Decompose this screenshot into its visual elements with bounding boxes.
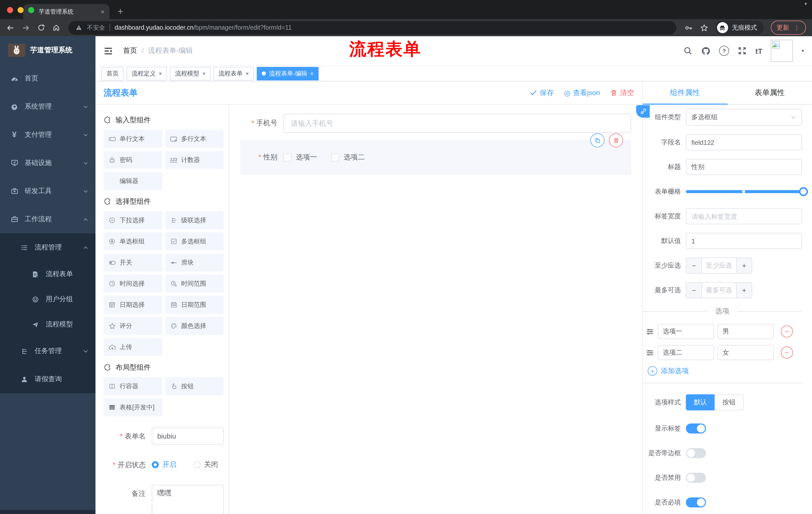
component-editor[interactable]: 编辑器 — [104, 172, 162, 190]
stepper-minus-button[interactable]: − — [686, 258, 702, 273]
github-icon[interactable] — [701, 46, 711, 56]
option-label-input[interactable] — [658, 324, 714, 339]
new-tab-button[interactable]: + — [118, 6, 123, 16]
bookmark-star-icon[interactable] — [700, 23, 708, 32]
form-remark-textarea[interactable]: 嘿嘿 — [152, 485, 224, 514]
component-time-picker[interactable]: 时间选择 — [104, 275, 162, 293]
sidebar-item-devtools[interactable]: 研发工具 — [0, 177, 95, 205]
component-cascader[interactable]: 级联选择 — [165, 211, 224, 229]
forward-icon[interactable] — [22, 23, 30, 32]
password-key-icon[interactable] — [684, 23, 693, 32]
sidebar-item-system[interactable]: 系统管理 — [0, 92, 95, 121]
component-time-range[interactable]: 时间范围 — [165, 275, 224, 293]
component-password[interactable]: 密码 — [104, 151, 162, 169]
sidebar-fold-icon[interactable] — [104, 46, 113, 56]
tab-process-model[interactable]: 流程模型× — [170, 66, 210, 80]
save-button[interactable]: 保存 — [530, 88, 554, 97]
component-row-container[interactable]: 行容器 — [104, 377, 162, 395]
browser-menu-caret-icon[interactable]: ▾ — [805, 1, 807, 6]
minimize-window-button[interactable] — [18, 7, 24, 13]
tab-home[interactable]: 首页 — [102, 66, 124, 80]
phone-field-input[interactable] — [283, 114, 631, 133]
browser-tab-close-icon[interactable]: × — [101, 8, 105, 15]
avatar-caret-icon[interactable]: ▾ — [802, 48, 804, 53]
component-multi-text[interactable]: 多行文本 — [165, 130, 224, 148]
status-off-radio[interactable]: 关闭 — [194, 460, 218, 469]
close-window-button[interactable] — [7, 7, 13, 13]
stepper-placeholder[interactable]: 最多可选 — [702, 283, 736, 298]
phone-field-row[interactable]: 手机号 — [240, 114, 631, 133]
remove-option-button[interactable]: − — [781, 347, 793, 359]
url-text[interactable]: dashboard.yudao.iocoder.cn/bpm/manager/f… — [115, 24, 292, 31]
browser-tab[interactable]: 芋道管理系统 × — [23, 4, 110, 19]
slider-handle[interactable] — [799, 187, 808, 196]
component-button[interactable]: 按钮 — [165, 377, 224, 395]
tab-form-props[interactable]: 表单属性 — [727, 81, 812, 104]
gender-option-2-checkbox[interactable]: 选项二 — [331, 153, 365, 162]
component-checkbox-group[interactable]: 多选框组 — [165, 232, 224, 250]
tab-component-props[interactable]: 组件属性 — [643, 81, 727, 104]
remove-option-button[interactable]: − — [781, 325, 793, 337]
sidebar-item-process-mgmt[interactable]: 流程管理 — [0, 233, 95, 262]
drag-handle-icon[interactable] — [646, 327, 654, 336]
stepper-plus-button[interactable]: + — [736, 283, 752, 298]
component-date-range[interactable]: 日期范围 — [165, 296, 224, 314]
tab-process-definition[interactable]: 流程定义× — [127, 66, 167, 80]
back-icon[interactable] — [6, 23, 14, 32]
component-slider[interactable]: 滑块 — [165, 253, 224, 272]
field-name-input[interactable] — [686, 134, 802, 151]
avatar[interactable] — [771, 40, 793, 62]
style-button-button[interactable]: 按钮 — [715, 394, 744, 410]
component-counter[interactable]: 123 计数器 — [165, 151, 224, 169]
form-grid-slider[interactable] — [686, 184, 806, 200]
component-switch[interactable]: 开关 — [104, 253, 162, 272]
sidebar-item-process-form[interactable]: 流程表单 — [0, 262, 95, 287]
view-json-button[interactable]: ◎ 查看json — [564, 88, 600, 97]
tab-process-form[interactable]: 流程表单× — [213, 66, 254, 80]
disabled-toggle[interactable] — [686, 473, 706, 483]
maximize-window-button[interactable] — [28, 7, 34, 13]
home-icon[interactable] — [52, 24, 60, 32]
url-bar[interactable]: 不安全 dashboard.yudao.iocoder.cn/bpm/manag… — [68, 21, 676, 34]
breadcrumb-home[interactable]: 首页 — [123, 46, 137, 55]
sidebar-item-task-mgmt[interactable]: 任务管理 — [0, 337, 95, 365]
tab-process-form-edit[interactable]: 流程表单-编辑× — [257, 66, 319, 80]
stepper-plus-button[interactable]: + — [736, 258, 752, 273]
option-value-input[interactable] — [718, 345, 774, 360]
border-toggle[interactable] — [686, 448, 706, 458]
option-label-input[interactable] — [658, 345, 714, 360]
gender-option-1-checkbox[interactable]: 选项一 — [283, 153, 317, 162]
tab-close-icon[interactable]: × — [246, 71, 249, 77]
browser-overflow-dots-icon[interactable]: ⋮ — [794, 24, 800, 31]
component-rate[interactable]: 评分 — [104, 317, 162, 335]
update-button[interactable]: 更新 ⋮ — [771, 21, 806, 35]
default-value-input[interactable] — [686, 233, 802, 249]
font-size-icon[interactable]: tT — [755, 47, 762, 55]
required-toggle[interactable] — [686, 497, 706, 508]
security-label[interactable]: 不安全 — [87, 23, 105, 32]
component-date-picker[interactable]: 日期选择 — [104, 296, 162, 314]
drag-handle-icon[interactable] — [646, 348, 654, 357]
title-input[interactable] — [686, 159, 802, 175]
selected-gender-component[interactable]: 性别 选项一 选项二 — [240, 140, 631, 175]
reload-icon[interactable] — [37, 24, 45, 32]
copy-component-button[interactable] — [590, 133, 605, 147]
sidebar-item-infra[interactable]: 基础设施 — [0, 149, 95, 177]
component-table[interactable]: 表格[开发中] — [104, 398, 162, 416]
component-select[interactable]: 下拉选择 — [104, 211, 162, 229]
status-on-radio[interactable]: 开启 — [152, 460, 176, 469]
sidebar-item-workflow[interactable]: 工作流程 — [0, 205, 95, 233]
form-name-input[interactable] — [152, 428, 224, 444]
component-color-picker[interactable]: 颜色选择 — [165, 317, 224, 335]
sidebar-item-home[interactable]: 首页 — [0, 64, 95, 92]
clear-button[interactable]: 清空 — [610, 88, 634, 97]
sidebar-item-process-model[interactable]: 流程模型 — [0, 312, 95, 337]
tab-close-icon[interactable]: × — [159, 71, 162, 77]
add-option-button[interactable]: + 添加选项 — [648, 366, 802, 376]
show-label-toggle[interactable] — [686, 424, 706, 434]
component-upload[interactable]: 上传 — [104, 338, 162, 356]
sidebar-item-user-group[interactable]: 用户分组 — [0, 287, 95, 312]
sidebar-item-payment[interactable]: ¥ 支付管理 — [0, 121, 95, 149]
help-icon[interactable]: ? — [719, 46, 729, 56]
sidebar-logo[interactable]: 芋道管理系统 — [0, 36, 95, 64]
